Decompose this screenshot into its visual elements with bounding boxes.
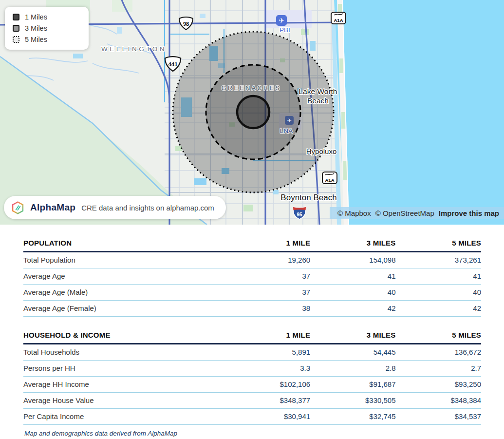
- row-label: Total Households: [23, 344, 225, 361]
- cell-value: $330,505: [310, 393, 395, 409]
- household-income-table: HOUSEHOLD & INCOME 1 MILE 3 MILES 5 MILE…: [23, 328, 481, 425]
- row-label: Total Population: [23, 252, 225, 268]
- row-label: Average HH Income: [23, 377, 225, 393]
- map[interactable]: ✈ ✈ WELLINGTON GREENACRES Lake Worth Bea…: [0, 0, 504, 225]
- legend-swatch-3-miles: [13, 25, 19, 32]
- ring-1-mile: [237, 96, 269, 128]
- mapbox-attribution-link[interactable]: © Mapbox: [337, 209, 371, 217]
- population-table-title: POPULATION: [23, 236, 225, 252]
- cell-value: 40: [396, 285, 481, 301]
- cell-value: 37: [225, 285, 310, 301]
- brand-name: AlphaMap: [30, 202, 75, 213]
- a1a-shield-north: A1A: [331, 12, 346, 24]
- svg-text:✈: ✈: [279, 17, 284, 24]
- legend-item-1-miles: 1 Miles: [13, 13, 81, 21]
- svg-text:441: 441: [168, 61, 178, 67]
- cell-value: $91,687: [310, 377, 395, 393]
- svg-text:98: 98: [183, 21, 189, 27]
- label-greenacres: GREENACRES: [222, 85, 281, 92]
- alphamap-branding[interactable]: AlphaMap CRE data and insights on alpham…: [4, 196, 226, 219]
- table-row: Total Households 5,891 54,445 136,672: [23, 344, 481, 361]
- row-label: Average Age (Male): [23, 285, 225, 301]
- data-source-footnote: Map and demographics data derived from A…: [24, 430, 481, 437]
- map-attribution: © Mapbox © OpenStreetMap Improve this ma…: [330, 207, 504, 219]
- cell-value: $30,941: [225, 409, 310, 425]
- table-row: Average Age (Male) 37 40 40: [23, 285, 481, 301]
- cell-value: $93,250: [396, 377, 481, 393]
- table-row: Average House Value $348,377 $330,505 $3…: [23, 393, 481, 409]
- a1a-shield-south: A1A: [322, 172, 337, 184]
- household-table-title: HOUSEHOLD & INCOME: [23, 328, 225, 344]
- brand-tagline: CRE data and insights on alphamap.com: [81, 204, 214, 212]
- legend-label-3-miles: 3 Miles: [25, 24, 47, 32]
- table-row: Average Age 37 41 41: [23, 268, 481, 285]
- cell-value: 2.7: [396, 361, 481, 377]
- cell-value: 40: [310, 285, 395, 301]
- label-boynton-beach: Boynton Beach: [280, 193, 336, 202]
- label-wellington: WELLINGTON: [101, 45, 167, 53]
- cell-value: 3.3: [225, 361, 310, 377]
- cell-value: 41: [396, 268, 481, 285]
- demographics-report: POPULATION 1 MILE 3 MILES 5 MILES Total …: [0, 225, 504, 437]
- label-lake-worth-beach-1: Lake Worth: [299, 87, 337, 95]
- col-header-3-miles: 3 MILES: [310, 236, 395, 252]
- row-label: Average House Value: [23, 393, 225, 409]
- map-legend: 1 Miles 3 Miles 5 Miles: [5, 7, 89, 50]
- row-label: Average Age: [23, 268, 225, 285]
- svg-text:A1A: A1A: [325, 177, 334, 183]
- legend-item-3-miles: 3 Miles: [13, 24, 81, 32]
- cell-value: $348,384: [396, 393, 481, 409]
- svg-text:✈: ✈: [287, 117, 291, 123]
- label-lake-worth-beach-2: Beach: [307, 96, 329, 105]
- improve-this-map-link[interactable]: Improve this map: [439, 209, 499, 217]
- ocean: [334, 0, 504, 225]
- row-label: Persons per HH: [23, 361, 225, 377]
- cell-value: $102,106: [225, 377, 310, 393]
- population-header-row: POPULATION 1 MILE 3 MILES 5 MILES: [23, 236, 481, 252]
- legend-swatch-5-miles: [13, 36, 19, 43]
- cell-value: 37: [225, 268, 310, 285]
- row-label: Average Age (Female): [23, 301, 225, 317]
- lna-airport-icon: ✈: [285, 116, 294, 125]
- household-header-row: HOUSEHOLD & INCOME 1 MILE 3 MILES 5 MILE…: [23, 328, 481, 344]
- table-row: Average HH Income $102,106 $91,687 $93,2…: [23, 377, 481, 393]
- table-row: Persons per HH 3.3 2.8 2.7: [23, 361, 481, 377]
- col-header-3-miles: 3 MILES: [310, 328, 395, 344]
- svg-text:A1A: A1A: [334, 18, 343, 23]
- table-row: Total Population 19,260 154,098 373,261: [23, 252, 481, 268]
- label-hypoluxo: Hypoluxo: [306, 147, 337, 155]
- cell-value: $348,377: [225, 393, 310, 409]
- cell-value: 2.8: [310, 361, 395, 377]
- row-label: Per Capita Income: [23, 409, 225, 425]
- label-lna: LNA: [280, 127, 293, 134]
- cell-value: 5,891: [225, 344, 310, 361]
- pbi-airport-icon: ✈: [276, 15, 287, 26]
- population-table: POPULATION 1 MILE 3 MILES 5 MILES Total …: [23, 236, 481, 317]
- col-header-1-mile: 1 MILE: [225, 328, 310, 344]
- radius-rings: [173, 32, 334, 192]
- cell-value: 136,672: [396, 344, 481, 361]
- alphamap-logo-icon: [11, 201, 24, 214]
- cell-value: $34,537: [396, 409, 481, 425]
- col-header-5-miles: 5 MILES: [396, 328, 481, 344]
- cell-value: 38: [225, 301, 310, 317]
- cell-value: $32,745: [310, 409, 395, 425]
- openstreetmap-attribution-link[interactable]: © OpenStreetMap: [375, 209, 434, 217]
- cell-value: 42: [310, 301, 395, 317]
- label-pbi: PBI: [280, 26, 290, 34]
- legend-label-1-miles: 1 Miles: [25, 13, 47, 21]
- cell-value: 373,261: [396, 252, 481, 268]
- col-header-5-miles: 5 MILES: [396, 236, 481, 252]
- table-row: Average Age (Female) 38 42 42: [23, 301, 481, 317]
- cell-value: 19,260: [225, 252, 310, 268]
- cell-value: 42: [396, 301, 481, 317]
- table-row: Per Capita Income $30,941 $32,745 $34,53…: [23, 409, 481, 425]
- cell-value: 154,098: [310, 252, 395, 268]
- cell-value: 54,445: [310, 344, 395, 361]
- cell-value: 41: [310, 268, 395, 285]
- legend-item-5-miles: 5 Miles: [13, 36, 81, 43]
- legend-swatch-1-miles: [13, 14, 19, 20]
- col-header-1-mile: 1 MILE: [225, 236, 310, 252]
- svg-text:95: 95: [297, 212, 302, 217]
- legend-label-5-miles: 5 Miles: [25, 36, 47, 43]
